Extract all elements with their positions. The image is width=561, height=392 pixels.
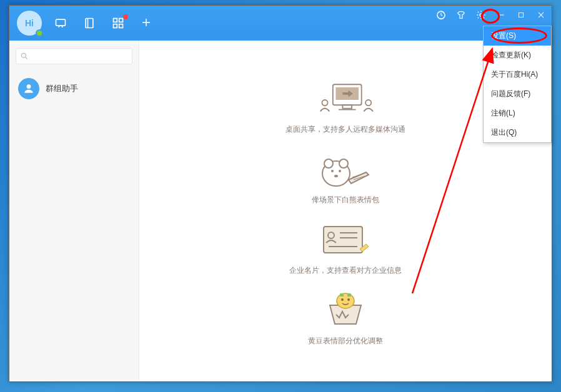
menu-feedback-label: 问题反馈(F) bbox=[491, 89, 530, 98]
menu-check-update-label: 检查更新(K) bbox=[491, 51, 531, 59]
close-button[interactable] bbox=[535, 9, 547, 21]
feature-bear-sticker: 佭场景下白熊表情包 bbox=[311, 149, 380, 205]
svg-point-22 bbox=[322, 100, 327, 105]
svg-point-29 bbox=[334, 175, 338, 177]
svg-point-17 bbox=[27, 84, 31, 89]
add-icon[interactable] bbox=[141, 17, 153, 29]
svg-point-10 bbox=[480, 14, 482, 16]
svg-point-25 bbox=[324, 159, 333, 168]
menu-about-label: 关于百度Hi(A) bbox=[491, 70, 538, 79]
nav-icons bbox=[54, 17, 153, 29]
feature-business-card: 企业名片，支持查看对方企业信息 bbox=[289, 219, 402, 276]
menu-logout[interactable]: 注销(L) bbox=[484, 104, 551, 123]
search-icon bbox=[20, 52, 29, 61]
svg-point-27 bbox=[331, 170, 334, 172]
avatar-text: Hi bbox=[25, 18, 34, 28]
svg-rect-0 bbox=[56, 19, 66, 26]
user-avatar[interactable]: Hi bbox=[17, 11, 42, 36]
svg-point-37 bbox=[337, 293, 354, 308]
apps-icon[interactable] bbox=[112, 17, 124, 29]
chat-icon[interactable] bbox=[54, 17, 67, 29]
business-card-illustration-icon bbox=[311, 219, 380, 263]
minimize-button[interactable] bbox=[495, 9, 507, 21]
menu-settings[interactable]: 设置(S) bbox=[484, 26, 551, 46]
window-controls bbox=[435, 6, 547, 24]
svg-point-15 bbox=[21, 53, 26, 57]
svg-rect-6 bbox=[119, 24, 123, 28]
body-area: 群组助手 桌面共享， bbox=[9, 41, 552, 381]
bear-illustration-icon bbox=[311, 149, 380, 192]
feature-caption: 企业名片，支持查看对方企业信息 bbox=[289, 265, 402, 276]
feature-caption: 佭场景下白熊表情包 bbox=[312, 195, 379, 205]
feature-caption: 桌面共享，支持多人远程多媒体沟通 bbox=[285, 124, 405, 135]
svg-rect-5 bbox=[114, 24, 117, 28]
history-icon[interactable] bbox=[435, 9, 447, 21]
menu-exit[interactable]: 退出(Q) bbox=[484, 123, 551, 142]
svg-point-23 bbox=[365, 100, 371, 105]
menu-exit-label: 退出(Q) bbox=[491, 128, 517, 137]
svg-point-38 bbox=[341, 298, 344, 301]
svg-point-26 bbox=[339, 159, 348, 168]
titlebar: Hi bbox=[9, 6, 552, 41]
svg-rect-41 bbox=[347, 293, 351, 296]
svg-point-28 bbox=[339, 170, 341, 172]
feature-emoji-update: 黄豆表情部分优化调整 bbox=[308, 290, 383, 346]
feature-caption: 黄豆表情部分优化调整 bbox=[308, 336, 383, 346]
app-window: Hi bbox=[9, 5, 552, 382]
contacts-icon[interactable] bbox=[83, 17, 96, 29]
svg-point-39 bbox=[347, 298, 350, 301]
notification-badge-icon bbox=[123, 14, 128, 19]
feature-screen-share: 桌面共享，支持多人远程多媒体沟通 bbox=[285, 78, 405, 135]
menu-logout-label: 注销(L) bbox=[491, 109, 515, 117]
settings-dropdown: 设置(S) 检查更新(K) 关于百度Hi(A) 问题反馈(F) 注销(L) 退出… bbox=[483, 26, 552, 143]
svg-rect-3 bbox=[114, 19, 117, 22]
menu-settings-label: 设置(S) bbox=[491, 31, 516, 40]
menu-check-update[interactable]: 检查更新(K) bbox=[484, 46, 551, 65]
gear-icon[interactable] bbox=[475, 9, 487, 21]
svg-line-16 bbox=[26, 57, 27, 59]
screen-share-illustration-icon bbox=[311, 78, 380, 122]
svg-rect-32 bbox=[324, 227, 362, 253]
svg-rect-20 bbox=[342, 105, 352, 109]
sidebar-item-label: 群组助手 bbox=[46, 83, 78, 94]
svg-rect-12 bbox=[519, 13, 524, 17]
menu-about[interactable]: 关于百度Hi(A) bbox=[484, 65, 551, 84]
menu-feedback[interactable]: 问题反馈(F) bbox=[484, 84, 551, 104]
sidebar-item-group-assistant[interactable]: 群组助手 bbox=[9, 72, 139, 105]
search-input[interactable] bbox=[16, 48, 132, 64]
svg-rect-1 bbox=[86, 19, 93, 28]
skin-icon[interactable] bbox=[455, 9, 467, 21]
sidebar: 群组助手 bbox=[9, 41, 139, 381]
status-online-icon bbox=[36, 29, 43, 37]
svg-rect-4 bbox=[119, 19, 123, 22]
maximize-button[interactable] bbox=[515, 9, 527, 21]
group-avatar-icon bbox=[18, 78, 39, 99]
emoji-illustration-icon bbox=[311, 290, 380, 333]
svg-rect-40 bbox=[340, 293, 344, 296]
